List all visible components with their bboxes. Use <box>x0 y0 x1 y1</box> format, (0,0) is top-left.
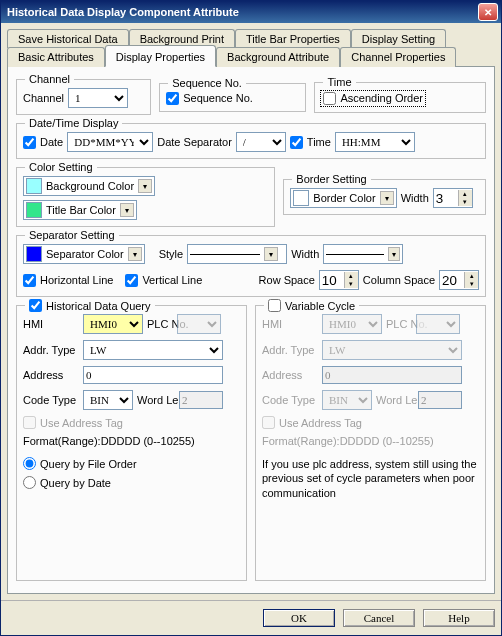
c-hmi-label: HMI <box>262 318 318 330</box>
q-plc-select[interactable] <box>177 314 221 334</box>
background-color-picker[interactable]: Background Color ▾ <box>23 176 155 196</box>
border-color-swatch <box>293 190 309 206</box>
sequence-checkbox-input[interactable] <box>166 92 179 105</box>
ok-button[interactable]: OK <box>263 609 335 627</box>
chevron-down-icon[interactable]: ▾ <box>264 247 278 261</box>
date-checkbox[interactable]: Date <box>23 136 63 149</box>
date-checkbox-input[interactable] <box>23 136 36 149</box>
chevron-down-icon[interactable]: ▾ <box>388 247 400 261</box>
spin-up-icon[interactable]: ▴ <box>344 272 358 280</box>
cancel-button[interactable]: Cancel <box>343 609 415 627</box>
spin-down-icon[interactable]: ▾ <box>464 280 478 288</box>
query-date-radio[interactable]: Query by Date <box>23 476 111 489</box>
ascending-checkbox[interactable]: Ascending Order <box>321 91 425 106</box>
row-space-spinner[interactable]: ▴▾ <box>319 270 359 290</box>
c-addrtype-select: LW <box>322 340 462 360</box>
cycle-legend[interactable]: Variable Cycle <box>264 299 359 314</box>
separator-color-picker[interactable]: Separator Color ▾ <box>23 244 145 264</box>
line-width-select[interactable]: ▾ <box>323 244 403 264</box>
tab-channel-properties[interactable]: Channel Properties <box>340 47 456 67</box>
c-plc-select <box>416 314 460 334</box>
horizontal-line-input[interactable] <box>23 274 36 287</box>
q-hmi-select[interactable]: HMI0 <box>83 314 143 334</box>
titlebar-color-picker[interactable]: Title Bar Color ▾ <box>23 200 137 220</box>
cycle-legend-label: Variable Cycle <box>285 300 355 312</box>
tab-display-setting[interactable]: Display Setting <box>351 29 446 48</box>
close-button[interactable]: ✕ <box>478 3 498 21</box>
tab-display-properties[interactable]: Display Properties <box>105 45 216 67</box>
query-date-input[interactable] <box>23 476 36 489</box>
horizontal-line-checkbox[interactable]: Horizontal Line <box>23 274 113 287</box>
q-address-input[interactable] <box>83 366 223 384</box>
spin-up-icon[interactable]: ▴ <box>458 190 472 198</box>
row-space-input[interactable] <box>320 272 344 288</box>
line-width-sample <box>326 254 384 255</box>
query-date-label: Query by Date <box>40 477 111 489</box>
c-addrtype-label: Addr. Type <box>262 344 318 356</box>
chevron-down-icon[interactable]: ▾ <box>128 247 142 261</box>
sequence-checkbox[interactable]: Sequence No. <box>166 92 253 105</box>
q-codetype-select[interactable]: BIN <box>83 390 133 410</box>
query-file-order-input[interactable] <box>23 457 36 470</box>
cycle-enabled-checkbox[interactable]: Variable Cycle <box>268 299 355 312</box>
tab-background-attribute[interactable]: Background Attribute <box>216 47 340 67</box>
c-address-label: Address <box>262 369 318 381</box>
sep-width-label: Width <box>291 248 319 260</box>
border-width-label: Width <box>401 192 429 204</box>
help-button[interactable]: Help <box>423 609 495 627</box>
titlebar-color-label: Title Bar Color <box>46 204 116 216</box>
c-use-addr-tag-input <box>262 416 275 429</box>
query-enabled-input[interactable] <box>29 299 42 312</box>
date-separator-select[interactable]: / <box>236 132 286 152</box>
spin-down-icon[interactable]: ▾ <box>458 198 472 206</box>
chevron-down-icon[interactable]: ▾ <box>138 179 152 193</box>
c-use-addr-tag: Use Address Tag <box>262 416 362 429</box>
border-width-input[interactable] <box>434 190 458 206</box>
query-file-order-radio[interactable]: Query by File Order <box>23 457 137 470</box>
c-format-text: Format(Range):DDDDD (0--10255) <box>262 435 434 447</box>
c-use-addr-tag-label: Use Address Tag <box>279 417 362 429</box>
query-enabled-checkbox[interactable]: Historical Data Query <box>29 299 151 312</box>
time-format-select[interactable]: HH:MM <box>335 132 415 152</box>
datetime-legend: Date/Time Display <box>25 117 122 129</box>
q-use-addr-tag-input <box>23 416 36 429</box>
spin-down-icon[interactable]: ▾ <box>344 280 358 288</box>
query-legend-label: Historical Data Query <box>46 300 151 312</box>
col-space-input[interactable] <box>440 272 464 288</box>
channel-label: Channel <box>23 92 64 104</box>
date-separator-label: Date Separator <box>157 136 232 148</box>
window-title: Historical Data Display Component Attrib… <box>7 6 478 18</box>
c-wordlen-label: Word Length <box>376 394 414 406</box>
date-format-select[interactable]: DD*MM*YY <box>67 132 153 152</box>
chevron-down-icon[interactable]: ▾ <box>120 203 134 217</box>
vertical-line-checkbox[interactable]: Vertical Line <box>125 274 202 287</box>
border-width-spinner[interactable]: ▴ ▾ <box>433 188 473 208</box>
col-space-label: Column Space <box>363 274 435 286</box>
c-wordlen-input <box>418 391 462 409</box>
line-style-select[interactable]: ▾ <box>187 244 287 264</box>
tab-title-bar-properties[interactable]: Title Bar Properties <box>235 29 351 48</box>
q-addrtype-select[interactable]: LW <box>83 340 223 360</box>
spin-up-icon[interactable]: ▴ <box>464 272 478 280</box>
query-file-order-label: Query by File Order <box>40 458 137 470</box>
titlebar-color-swatch <box>26 202 42 218</box>
q-wordlen-input <box>179 391 223 409</box>
cycle-enabled-input[interactable] <box>268 299 281 312</box>
time-checkbox-input[interactable] <box>290 136 303 149</box>
border-color-picker[interactable]: Border Color ▾ <box>290 188 396 208</box>
close-icon: ✕ <box>484 7 492 18</box>
separator-color-label: Separator Color <box>46 248 124 260</box>
cycle-note: If you use plc address, system still usi… <box>262 457 479 500</box>
c-codetype-label: Code Type <box>262 394 318 406</box>
vertical-line-input[interactable] <box>125 274 138 287</box>
channel-select[interactable]: 1 <box>68 88 128 108</box>
query-legend[interactable]: Historical Data Query <box>25 299 155 314</box>
ascending-checkbox-input[interactable] <box>323 92 336 105</box>
c-address-input <box>322 366 462 384</box>
color-setting-legend: Color Setting <box>25 161 97 173</box>
col-space-spinner[interactable]: ▴▾ <box>439 270 479 290</box>
chevron-down-icon[interactable]: ▾ <box>380 191 394 205</box>
tab-basic-attributes[interactable]: Basic Attributes <box>7 47 105 67</box>
time-checkbox[interactable]: Time <box>290 136 331 149</box>
c-codetype-select: BIN <box>322 390 372 410</box>
